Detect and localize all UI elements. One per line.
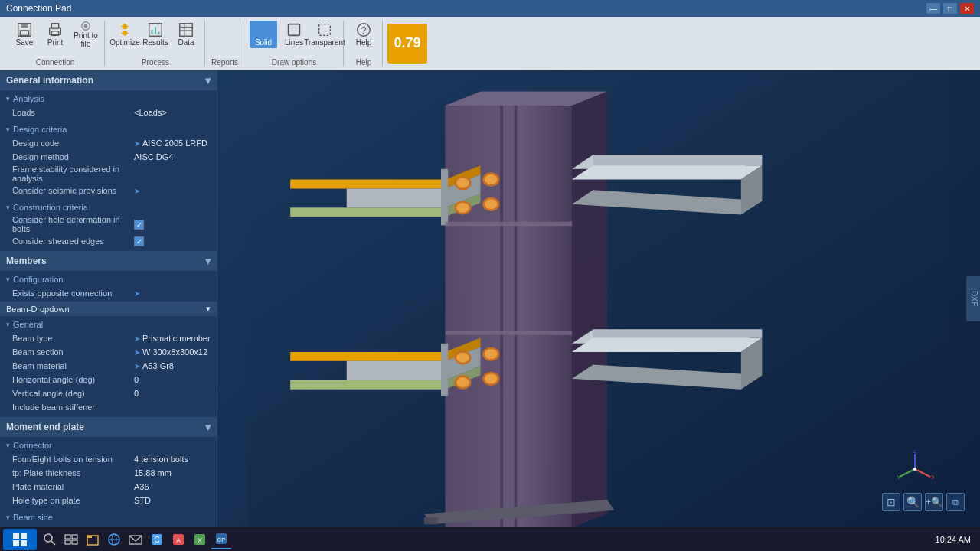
zoom-fit-button[interactable]: ⊡ — [882, 493, 900, 511]
vertical-angle-label: Vertical angle (deg) — [12, 389, 134, 398]
svg-rect-1 — [21, 24, 28, 28]
beam-section-row: Beam section ➤ W 300x8x300x12 — [0, 345, 217, 359]
beam-stiffener-row: Include beam stiffener — [0, 400, 217, 414]
four-eight-bolts-row: Four/Eight bolts on tension 4 tension bo… — [0, 452, 217, 466]
toolbar-group-process: Optimize Results Data Process — [106, 21, 205, 67]
print-to-file-button[interactable]: Print to file — [72, 21, 100, 48]
help-button[interactable]: ? Help — [350, 21, 377, 48]
connector-title: Connector — [13, 441, 52, 450]
app2-taskbar[interactable]: A — [168, 530, 188, 549]
start-button[interactable] — [3, 529, 37, 550]
plate-thickness-value: 15.88 mm — [134, 468, 211, 478]
toolbar-group-reports: Reports — [207, 21, 243, 67]
transparent-button[interactable]: Transparent — [311, 21, 338, 48]
lines-label: Lines — [285, 38, 303, 47]
3d-scene — [217, 70, 980, 527]
analysis-header[interactable]: Analysis — [0, 92, 217, 106]
zoom-controls: ⊡ 🔍 +🔍 ⧉ — [882, 493, 965, 511]
horizontal-angle-row: Horizontal angle (deg) 0 — [0, 373, 217, 386]
svg-rect-82 — [21, 540, 27, 546]
svg-rect-87 — [65, 540, 70, 544]
app1-taskbar[interactable]: C — [147, 530, 167, 549]
beam-side-header[interactable]: Beam side — [0, 510, 217, 524]
beam-side-subsection: Beam side Top flange weld type Full pene… — [0, 509, 217, 527]
results-button[interactable]: Results — [142, 21, 169, 48]
hole-type-value: STD — [134, 496, 211, 505]
moment-end-plate-collapse[interactable]: ▾ — [205, 421, 211, 433]
members-collapse[interactable]: ▾ — [205, 255, 211, 267]
svg-marker-48 — [290, 352, 445, 361]
design-method-value: AISC DG4 — [134, 152, 211, 161]
zoom-window-button[interactable]: ⧉ — [946, 493, 965, 511]
svg-point-67 — [485, 373, 498, 383]
zoom-out-button[interactable]: 🔍 — [903, 493, 922, 511]
toolbar-group-draw-options: Solid Lines Transparent Draw options — [245, 21, 344, 67]
svg-rect-39 — [441, 169, 448, 226]
design-criteria-header[interactable]: Design criteria — [0, 122, 217, 136]
members-header[interactable]: Members ▾ — [0, 251, 217, 271]
help-icons: ? Help — [350, 21, 377, 48]
svg-marker-36 — [593, 155, 763, 165]
beam-material-row: Beam material ➤ A53 Gr8 — [0, 359, 217, 373]
minimize-button[interactable]: — — [926, 3, 940, 14]
taskbar-items: C A X CP — [40, 530, 231, 549]
general-information-collapse[interactable]: ▾ — [205, 74, 211, 86]
sheared-edges-checkbox[interactable]: ✓ — [134, 236, 144, 246]
time-display: 10:24 AM — [929, 535, 977, 544]
close-button[interactable]: ✕ — [960, 3, 974, 14]
svg-point-7 — [84, 24, 88, 28]
help-label: Help — [356, 38, 372, 47]
window-controls: — □ ✕ — [926, 3, 974, 14]
save-button[interactable]: Save — [11, 21, 38, 48]
construction-criteria-header[interactable]: Construction criteria — [0, 201, 217, 214]
connector-subsection: Connector Four/Eight bolts on tension 4 … — [0, 437, 217, 509]
hole-deformation-value: ✓ — [134, 220, 211, 230]
svg-text:CP: CP — [217, 536, 225, 543]
svg-point-65 — [456, 377, 469, 387]
configuration-header[interactable]: Configuration — [0, 272, 217, 286]
browser-taskbar[interactable] — [104, 530, 124, 549]
beam-general-subsection: General Beam type ➤ Prismatic member Bea… — [0, 316, 217, 416]
app4-taskbar[interactable]: CP — [211, 530, 231, 549]
right-edge-tab[interactable]: DXF — [966, 276, 980, 321]
beam-general-header[interactable]: General — [0, 318, 217, 331]
sheared-edges-label: Consider sheared edges — [12, 236, 134, 246]
moment-end-plate-header[interactable]: Moment end plate ▾ — [0, 417, 217, 437]
data-button[interactable]: Data — [172, 21, 200, 48]
axes-indicator: X Y Z — [896, 450, 934, 488]
3d-viewport[interactable]: X Y Z ⊡ 🔍 +🔍 ⧉ DXF — [217, 70, 980, 527]
print-button[interactable]: Print — [41, 21, 69, 48]
four-eight-bolts-label: Four/Eight bolts on tension — [12, 455, 134, 464]
results-label: Results — [142, 38, 168, 47]
general-information-header[interactable]: General information ▾ — [0, 70, 217, 90]
frame-stability-label: Frame stability considered in analysis — [12, 165, 134, 183]
hole-deformation-checkbox[interactable]: ✓ — [134, 220, 144, 230]
plate-thickness-row: tp: Plate thickness 15.88 mm — [0, 466, 217, 480]
optimize-button[interactable]: Optimize — [111, 21, 139, 48]
svg-rect-2 — [21, 31, 29, 35]
beam-material-label: Beam material — [12, 361, 134, 370]
plate-material-row: Plate material A36 — [0, 480, 217, 494]
explorer-taskbar[interactable] — [83, 530, 103, 549]
svg-rect-71 — [445, 331, 572, 335]
beam-type-row: Beam type ➤ Prismatic member — [0, 331, 217, 345]
mail-taskbar[interactable] — [126, 530, 145, 549]
beam-dropdown[interactable]: beam-dropdown ▾ — [0, 302, 217, 316]
connector-header[interactable]: Connector — [0, 439, 217, 452]
svg-rect-16 — [258, 24, 270, 36]
design-method-label: Design method — [12, 152, 134, 161]
svg-marker-57 — [593, 329, 763, 337]
zoom-in-button[interactable]: +🔍 — [925, 493, 943, 511]
general-information-title: General information — [6, 75, 93, 86]
maximize-button[interactable]: □ — [943, 3, 957, 14]
app3-taskbar[interactable]: X — [190, 530, 210, 549]
beam-stiffener-label: Include beam stiffener — [12, 403, 134, 412]
configuration-title: Configuration — [13, 275, 63, 284]
svg-point-61 — [456, 353, 469, 363]
beam-section-value: ➤ W 300x8x300x12 — [134, 347, 211, 357]
solid-button[interactable]: Solid — [250, 21, 277, 48]
taskview-taskbar[interactable] — [61, 530, 81, 549]
plate-material-label: Plate material — [12, 482, 134, 491]
hole-type-row: Hole type on plate STD — [0, 494, 217, 507]
search-taskbar[interactable] — [40, 530, 60, 549]
